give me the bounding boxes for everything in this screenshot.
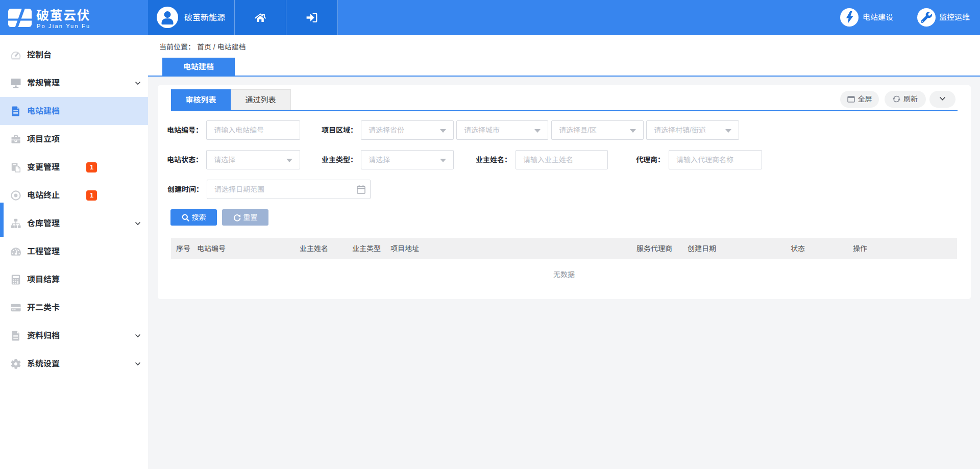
svg-text:破茧云伏: 破茧云伏 — [36, 8, 90, 22]
svg-text:Po Jian Yun Fu: Po Jian Yun Fu — [37, 23, 90, 29]
